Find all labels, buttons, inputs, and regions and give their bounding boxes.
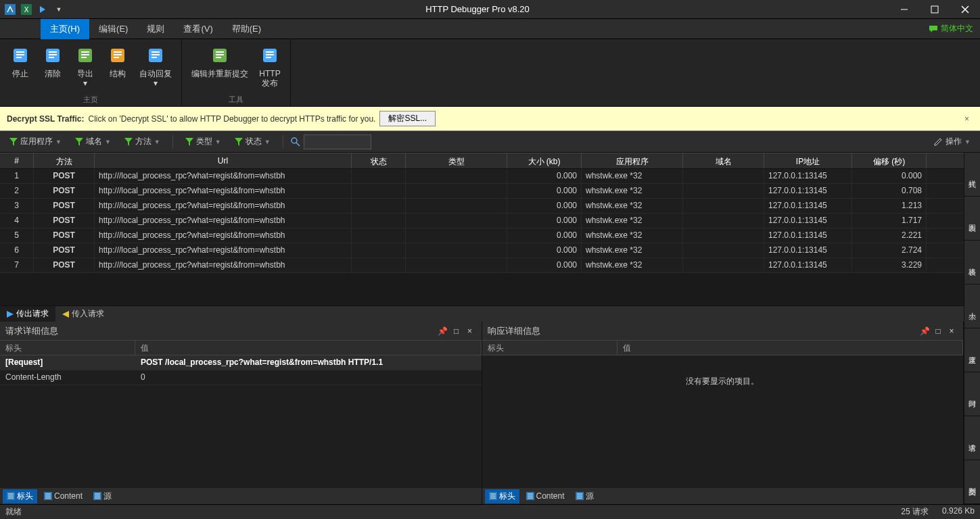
- table-row[interactable]: 3POSThttp:///local_process_rpc?what=regi…: [0, 199, 964, 214]
- panel-footer-tab-1[interactable]: Content: [522, 490, 569, 502]
- ssl-close-icon[interactable]: ×: [960, 114, 973, 124]
- menu-tab-2[interactable]: 规则: [137, 19, 174, 39]
- ribbon: 停止清除导出 ▾结构自动回复 ▾主页编辑并重新提交HTTP 发布工具: [0, 39, 980, 107]
- menu-tab-0[interactable]: 主页(H): [41, 19, 89, 39]
- language-button[interactable]: 简体中文: [922, 23, 980, 34]
- maximize-panel-icon[interactable]: □: [932, 325, 944, 337]
- table-row[interactable]: 2POSThttp:///local_process_rpc?what=regi…: [0, 184, 964, 199]
- req-row[interactable]: Content-Length0: [0, 370, 482, 385]
- tab-incoming[interactable]: 传入请求: [55, 306, 111, 322]
- list-icon: [489, 492, 497, 500]
- menu-tab-1[interactable]: 编辑(E): [89, 19, 137, 39]
- rightbar-item-7[interactable]: 类别类型: [964, 460, 980, 504]
- decrypt-ssl-button[interactable]: 解密SSL...: [379, 111, 436, 126]
- search-input[interactable]: [304, 134, 371, 149]
- ribbon-btn-0-1[interactable]: 清除: [38, 42, 68, 93]
- filter-3[interactable]: 类型▼: [180, 133, 227, 150]
- col-header-2[interactable]: Url: [95, 153, 352, 168]
- cell: POST: [34, 228, 95, 243]
- maximize-panel-icon[interactable]: □: [450, 325, 463, 337]
- ribbon-group-1: 编辑并重新提交HTTP 发布工具: [182, 39, 291, 106]
- cell: whstwk.exe *32: [582, 184, 683, 198]
- qat-dropdown-icon[interactable]: ▼: [51, 2, 66, 17]
- rightbar-item-2[interactable]: 表格: [964, 241, 980, 285]
- panel-footer-tab-2[interactable]: 源: [89, 489, 116, 503]
- ribbon-icon: [209, 45, 231, 66]
- col-header-4[interactable]: 类型: [406, 153, 507, 168]
- rightbar-item-1[interactable]: 图表: [964, 197, 980, 241]
- cell: [352, 258, 406, 272]
- excel-icon[interactable]: X: [19, 2, 34, 17]
- ribbon-icon: [42, 45, 64, 66]
- close-panel-icon[interactable]: ×: [946, 325, 958, 337]
- ribbon-btn-0-2[interactable]: 导出 ▾: [70, 42, 100, 93]
- col-header-7[interactable]: 域名: [683, 153, 764, 168]
- filter-1[interactable]: 域名▼: [70, 133, 116, 150]
- cell: [406, 214, 507, 228]
- table-row[interactable]: 7POSThttp:///local_process_rpc?what=regi…: [0, 258, 964, 273]
- menu-tab-4[interactable]: 帮助(E): [223, 19, 271, 39]
- table-row[interactable]: 4POSThttp:///local_process_rpc?what=regi…: [0, 214, 964, 228]
- svg-rect-15: [49, 57, 54, 58]
- menu-tab-3[interactable]: 查看(V): [174, 19, 222, 39]
- cell: whstwk.exe *32: [582, 169, 683, 183]
- rightbar-item-4[interactable]: 速度: [964, 328, 980, 372]
- cell: 0.000: [507, 243, 582, 257]
- maximize-button[interactable]: [919, 0, 950, 19]
- filter-0[interactable]: 应用程序▼: [4, 133, 67, 150]
- minimize-button[interactable]: [889, 0, 919, 19]
- rightbar-item-6[interactable]: 请求: [964, 416, 980, 460]
- svg-line-42: [296, 143, 300, 146]
- svg-rect-29: [216, 51, 224, 53]
- cell: [352, 184, 406, 198]
- play-icon[interactable]: [35, 2, 50, 17]
- pin-icon[interactable]: 📌: [437, 325, 449, 337]
- tab-outgoing[interactable]: 传出请求: [0, 306, 55, 322]
- filter-2[interactable]: 方法▼: [119, 133, 166, 150]
- rightbar-item-5[interactable]: 时间: [964, 372, 980, 416]
- ribbon-btn-0-0[interactable]: 停止: [5, 42, 35, 93]
- language-label: 简体中文: [941, 23, 973, 34]
- svg-rect-23: [114, 57, 119, 58]
- cell: 5: [0, 228, 34, 243]
- table-row[interactable]: 1POSThttp:///local_process_rpc?what=regi…: [0, 169, 964, 184]
- ribbon-btn-0-4[interactable]: 自动回复 ▾: [135, 42, 176, 93]
- col-header-5[interactable]: 大小 (kb): [507, 153, 582, 168]
- cell: [683, 184, 764, 198]
- svg-rect-22: [114, 54, 122, 55]
- rightbar-item-3[interactable]: 大小: [964, 285, 980, 328]
- table-row[interactable]: 6POSThttp:///local_process_rpc?what=regi…: [0, 243, 964, 258]
- cell: http:///local_process_rpc?what=regist&fr…: [95, 228, 352, 243]
- svg-rect-14: [49, 54, 57, 55]
- col-header-0[interactable]: #: [0, 153, 34, 168]
- close-button[interactable]: [950, 0, 980, 19]
- filter-4[interactable]: 状态▼: [229, 133, 276, 150]
- ribbon-btn-0-3[interactable]: 结构: [103, 42, 133, 93]
- col-header-3[interactable]: 状态: [352, 153, 406, 168]
- col-header-9[interactable]: 偏移 (秒): [852, 153, 927, 168]
- svg-rect-13: [49, 51, 57, 53]
- res-col-header-name: 标头: [482, 341, 617, 355]
- pin-icon[interactable]: 📌: [918, 325, 931, 337]
- panel-footer-tab-2[interactable]: 源: [571, 489, 598, 503]
- list-icon: [526, 492, 534, 500]
- ops-button[interactable]: 操作▼: [928, 133, 976, 150]
- cell: 0.000: [852, 169, 927, 183]
- col-header-6[interactable]: 应用程序: [582, 153, 683, 168]
- col-header-8[interactable]: IP地址: [764, 153, 852, 168]
- ribbon-btn-1-1[interactable]: HTTP 发布: [255, 42, 285, 93]
- cell: [406, 258, 507, 272]
- cell: [406, 228, 507, 243]
- panel-footer-tab-0[interactable]: 标头: [3, 489, 37, 503]
- req-row[interactable]: [Request]POST /local_process_rpc?what=re…: [0, 355, 482, 370]
- col-header-1[interactable]: 方法: [34, 153, 95, 168]
- table-row[interactable]: 5POSThttp:///local_process_rpc?what=regi…: [0, 228, 964, 243]
- window-title: HTTP Debugger Pro v8.20: [66, 4, 889, 14]
- close-panel-icon[interactable]: ×: [464, 325, 476, 337]
- panel-footer-tab-1[interactable]: Content: [40, 490, 87, 502]
- panel-footer-tab-0[interactable]: 标头: [485, 489, 519, 503]
- ribbon-btn-1-0[interactable]: 编辑并重新提交: [187, 42, 252, 93]
- rightbar-item-0[interactable]: 样式: [964, 153, 980, 197]
- ribbon-btn-label: 清除: [45, 69, 61, 78]
- svg-rect-25: [151, 51, 160, 53]
